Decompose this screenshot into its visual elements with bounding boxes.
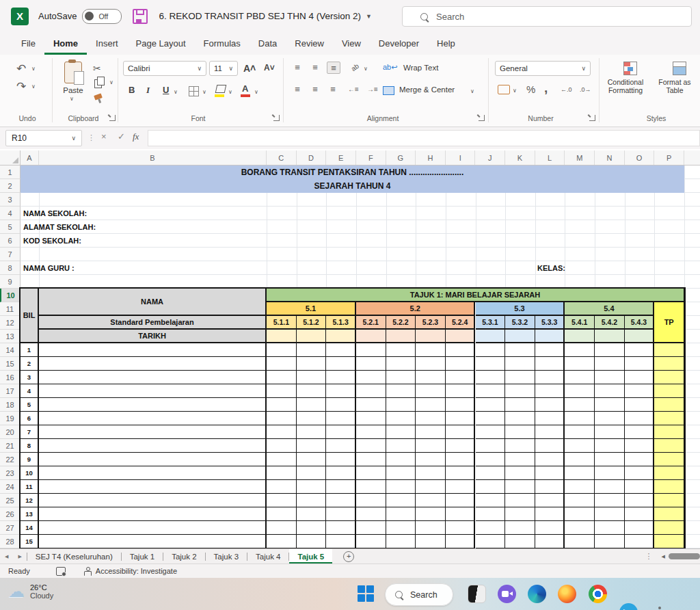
score-cell[interactable] (476, 384, 506, 398)
score-cell[interactable] (416, 384, 446, 398)
nama-cell-12[interactable] (39, 494, 267, 507)
score-cell[interactable] (565, 412, 595, 425)
score-cell[interactable] (505, 343, 535, 357)
score-cell[interactable] (446, 425, 476, 439)
score-cell[interactable] (595, 466, 625, 480)
score-cell[interactable] (297, 535, 327, 548)
tarikh-cell-5.2.2[interactable] (386, 330, 416, 343)
copy-dropdown-icon[interactable]: ∨ (109, 79, 113, 85)
column-header-J[interactable]: J (476, 150, 506, 165)
nama-cell-6[interactable] (39, 412, 267, 425)
nama-cell-7[interactable] (39, 425, 267, 439)
score-cell[interactable] (625, 466, 655, 480)
score-cell[interactable] (535, 425, 565, 439)
score-cell[interactable] (535, 466, 565, 480)
bil-cell-15[interactable]: 15 (21, 535, 39, 548)
score-cell[interactable] (446, 412, 476, 425)
tp-cell[interactable] (654, 357, 684, 371)
nama-cell-5[interactable] (39, 398, 267, 412)
edge-browser-icon[interactable] (528, 585, 546, 603)
chrome-browser-icon[interactable] (589, 585, 607, 603)
column-header-M[interactable]: M (565, 150, 595, 165)
field-label-row-8[interactable]: NAMA GURU : (23, 261, 75, 275)
score-cell[interactable] (326, 412, 356, 425)
score-cell[interactable] (565, 535, 595, 548)
bil-cell-3[interactable]: 3 (21, 371, 39, 384)
score-cell[interactable] (326, 343, 356, 357)
score-cell[interactable] (476, 425, 506, 439)
tp-cell[interactable] (654, 343, 684, 357)
redo-icon[interactable]: ↷ (16, 79, 26, 94)
paste-dropdown-icon[interactable]: ∨ (70, 96, 74, 102)
bil-cell-1[interactable]: 1 (21, 343, 39, 357)
score-cell[interactable] (386, 412, 416, 425)
bold-icon[interactable]: B (129, 85, 135, 95)
grow-font-icon[interactable]: A˄ (243, 63, 256, 74)
tarikh-cell-5.4.1[interactable] (565, 330, 595, 343)
sub-header-5.3.2[interactable]: 5.3.2 (505, 316, 535, 330)
row-header-22[interactable]: 22 (0, 453, 21, 466)
score-cell[interactable] (565, 384, 595, 398)
formula-input[interactable] (148, 130, 700, 146)
row-header-13[interactable]: 13 (0, 330, 21, 343)
score-cell[interactable] (326, 384, 356, 398)
tp-cell[interactable] (654, 507, 684, 521)
tajuk-banner-cell[interactable]: TAJUK 1: MARI BELAJAR SEJARAH (267, 289, 684, 302)
score-cell[interactable] (267, 535, 297, 548)
score-cell[interactable] (326, 398, 356, 412)
score-cell[interactable] (505, 480, 535, 494)
nama-cell-14[interactable] (39, 521, 267, 535)
score-cell[interactable] (446, 384, 476, 398)
weather-widget[interactable]: ☁ 26°C Cloudy (8, 582, 53, 601)
row-header-7[interactable]: 7 (0, 248, 21, 261)
score-cell[interactable] (625, 343, 655, 357)
group-header-5.1[interactable]: 5.1 (267, 302, 356, 316)
sheet-tab-tajuk-1[interactable]: Tajuk 1 (122, 549, 163, 563)
score-cell[interactable] (476, 535, 506, 548)
format-as-table-button[interactable]: Format as Table (654, 78, 696, 94)
score-cell[interactable] (446, 357, 476, 371)
score-cell[interactable] (625, 521, 655, 535)
score-cell[interactable] (386, 507, 416, 521)
number-format-select[interactable]: General∨ (495, 61, 591, 76)
scroll-left-icon[interactable]: ◀ (658, 554, 669, 559)
sub-header-5.2.3[interactable]: 5.2.3 (416, 316, 446, 330)
row-header-5[interactable]: 5 (0, 220, 21, 234)
column-header-I[interactable]: I (446, 150, 476, 165)
score-cell[interactable] (476, 398, 506, 412)
score-cell[interactable] (535, 480, 565, 494)
insert-function-icon[interactable]: fx (133, 131, 139, 142)
tarikh-cell-5.4.3[interactable] (625, 330, 655, 343)
sub-header-5.4.2[interactable]: 5.4.2 (595, 316, 625, 330)
horizontal-scrollbar[interactable] (669, 553, 700, 559)
score-cell[interactable] (625, 494, 655, 507)
macro-record-icon[interactable] (56, 567, 66, 576)
score-cell[interactable] (416, 371, 446, 384)
ribbon-tab-developer[interactable]: Developer (370, 32, 428, 55)
row-header-9[interactable]: 9 (0, 275, 21, 289)
score-cell[interactable] (356, 357, 386, 371)
sub-header-5.4.3[interactable]: 5.4.3 (625, 316, 655, 330)
row-header-11[interactable]: 11 (0, 302, 21, 316)
score-cell[interactable] (267, 521, 297, 535)
sub-header-5.1.2[interactable]: 5.1.2 (297, 316, 327, 330)
score-cell[interactable] (505, 357, 535, 371)
redo-dropdown-icon[interactable]: ∨ (31, 83, 36, 90)
bil-cell-14[interactable]: 14 (21, 521, 39, 535)
score-cell[interactable] (356, 494, 386, 507)
score-cell[interactable] (535, 357, 565, 371)
score-cell[interactable] (416, 357, 446, 371)
score-cell[interactable] (356, 453, 386, 466)
score-cell[interactable] (505, 371, 535, 384)
fill-color-icon[interactable] (215, 85, 227, 93)
score-cell[interactable] (446, 371, 476, 384)
tp-cell[interactable] (654, 480, 684, 494)
nama-cell-2[interactable] (39, 357, 267, 371)
score-cell[interactable] (356, 343, 386, 357)
tarikh-cell-5.1.2[interactable] (297, 330, 327, 343)
accounting-format-icon[interactable] (498, 85, 510, 94)
score-cell[interactable] (386, 453, 416, 466)
score-cell[interactable] (386, 371, 416, 384)
borders-icon[interactable] (189, 86, 199, 96)
row-header-20[interactable]: 20 (0, 425, 21, 439)
